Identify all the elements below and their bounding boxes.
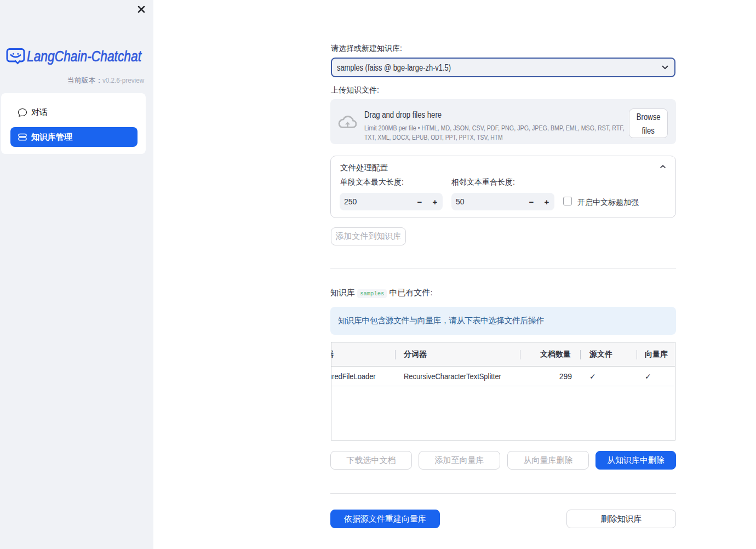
svg-text:LangChain-Chatchat: LangChain-Chatchat [27, 48, 142, 65]
